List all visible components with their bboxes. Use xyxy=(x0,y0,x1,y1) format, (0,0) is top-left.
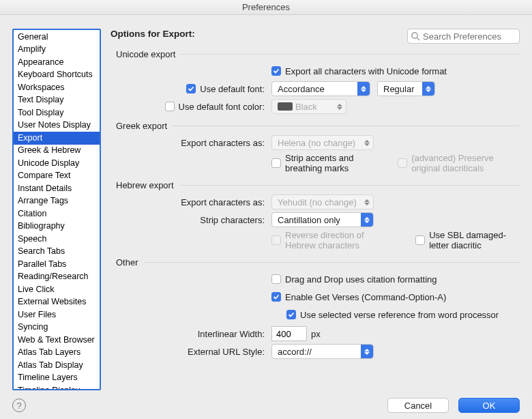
hebrew-reverse-label: Reverse direction of Hebrew characters xyxy=(285,230,395,250)
sidebar-item-keyboard-shortcuts[interactable]: Keyboard Shortcuts xyxy=(14,69,100,82)
group-unicode-title: Unicode export xyxy=(116,49,175,59)
font-name-select[interactable]: Accordance xyxy=(271,81,370,96)
chevron-updown-icon xyxy=(422,82,434,96)
sidebar-item-user-notes-display[interactable]: User Notes Display xyxy=(14,119,100,132)
sidebar-item-atlas-tab-layers[interactable]: Atlas Tab Layers xyxy=(14,347,100,360)
greek-export-as-label: Export characters as: xyxy=(181,138,265,148)
use-default-font-label: Use default font: xyxy=(200,84,265,94)
sidebar-item-unicode-display[interactable]: Unicode Display xyxy=(14,157,100,170)
url-style-label: External URL Style: xyxy=(188,347,265,357)
hebrew-reverse-checkbox xyxy=(271,235,281,245)
greek-export-as-select: Helena (no change) xyxy=(271,135,374,150)
svg-line-1 xyxy=(417,38,419,40)
sidebar-item-user-files[interactable]: User Files xyxy=(14,308,100,321)
use-default-color-label: Use default font color: xyxy=(179,102,265,112)
sidebar-item-arrange-tags[interactable]: Arrange Tags xyxy=(14,195,100,208)
chevron-updown-icon xyxy=(361,213,373,227)
sidebar-item-tool-display[interactable]: Tool Display xyxy=(14,106,100,119)
dragdrop-citation-label: Drag and Drop uses citation formatting xyxy=(285,274,437,285)
use-default-color-checkbox[interactable] xyxy=(165,102,175,111)
sidebar-item-text-display[interactable]: Text Display xyxy=(14,94,100,107)
font-color-select: Black xyxy=(271,99,346,114)
search-preferences[interactable] xyxy=(407,29,520,44)
hebrew-sbl-label: Use SBL damaged-letter diacritic xyxy=(429,230,520,250)
category-sidebar[interactable]: GeneralAmplifyAppearanceKeyboard Shortcu… xyxy=(12,29,101,390)
font-style-select[interactable]: Regular xyxy=(377,81,435,96)
get-verses-checkbox[interactable] xyxy=(271,292,281,302)
greek-strip-accents-label: Strip accents and breathing marks xyxy=(285,153,377,173)
search-input[interactable] xyxy=(407,29,520,44)
sidebar-item-appearance[interactable]: Appearance xyxy=(14,56,100,69)
greek-strip-accents-checkbox[interactable] xyxy=(271,158,281,168)
dragdrop-citation-checkbox[interactable] xyxy=(271,274,281,284)
chevron-updown-icon xyxy=(334,100,346,113)
sidebar-item-greek-hebrew[interactable]: Greek & Hebrew xyxy=(14,145,100,158)
sidebar-item-instant-details[interactable]: Instant Details xyxy=(14,182,100,195)
group-hebrew-title: Hebrew export xyxy=(116,180,174,190)
sidebar-item-timeline-display[interactable]: Timeline Display xyxy=(14,384,100,390)
hebrew-strip-label: Strip characters: xyxy=(200,215,265,225)
sidebar-item-search-tabs[interactable]: Search Tabs xyxy=(14,246,100,259)
interlinear-width-input[interactable] xyxy=(271,326,307,341)
greek-preserve-diacritics-label: (advanced) Preserve original diacritical… xyxy=(411,153,520,173)
selected-ref-checkbox[interactable] xyxy=(286,310,296,319)
interlinear-width-label: Interlinear Width: xyxy=(198,329,265,339)
sidebar-item-reading-research[interactable]: Reading/Research xyxy=(14,271,100,284)
sidebar-item-external-websites[interactable]: External Websites xyxy=(14,296,100,309)
export-all-unicode-checkbox[interactable] xyxy=(271,66,281,76)
sidebar-item-workspaces[interactable]: Workspaces xyxy=(14,81,100,94)
hebrew-export-as-select: Yehudit (no change) xyxy=(271,194,374,210)
help-button[interactable]: ? xyxy=(12,399,26,412)
greek-preserve-diacritics-checkbox xyxy=(398,158,407,168)
sidebar-item-export[interactable]: Export xyxy=(14,132,100,145)
group-other-title: Other xyxy=(116,257,138,268)
cancel-button[interactable]: Cancel xyxy=(387,398,449,413)
sidebar-item-general[interactable]: General xyxy=(14,31,100,44)
page-title: Options for Export: xyxy=(110,29,195,39)
sidebar-item-amplify[interactable]: Amplify xyxy=(14,44,100,57)
hebrew-strip-select[interactable]: Cantillation only xyxy=(271,212,374,227)
export-all-unicode-label: Export all characters with Unicode forma… xyxy=(285,66,447,76)
sidebar-item-speech[interactable]: Speech xyxy=(14,233,100,246)
interlinear-width-unit: px xyxy=(311,329,321,339)
use-default-font-checkbox[interactable] xyxy=(186,84,196,93)
selected-ref-label: Use selected verse reference from word p… xyxy=(300,310,499,320)
chevron-updown-icon xyxy=(357,82,370,96)
sidebar-item-parallel-tabs[interactable]: Parallel Tabs xyxy=(14,258,100,271)
sidebar-item-bibliography[interactable]: Bibliography xyxy=(14,220,100,233)
sidebar-item-atlas-tab-display[interactable]: Atlas Tab Display xyxy=(14,359,100,372)
chevron-updown-icon xyxy=(361,195,373,209)
chevron-updown-icon xyxy=(361,136,373,149)
sidebar-item-syncing[interactable]: Syncing xyxy=(14,321,100,334)
group-greek-title: Greek export xyxy=(116,121,167,131)
sidebar-item-compare-text[interactable]: Compare Text xyxy=(14,170,100,183)
search-icon xyxy=(411,31,420,41)
color-swatch-icon xyxy=(278,102,293,111)
hebrew-sbl-checkbox[interactable] xyxy=(415,235,425,245)
sidebar-item-live-click[interactable]: Live Click xyxy=(14,283,100,296)
sidebar-item-web-text-browser[interactable]: Web & Text Browser xyxy=(14,334,100,347)
get-verses-label: Enable Get Verses (Command-Option-A) xyxy=(285,292,446,302)
sidebar-item-timeline-layers[interactable]: Timeline Layers xyxy=(14,372,100,385)
hebrew-export-as-label: Export characters as: xyxy=(181,197,265,207)
sidebar-item-citation[interactable]: Citation xyxy=(14,207,100,220)
chevron-updown-icon xyxy=(361,345,373,358)
window-titlebar: Preferences xyxy=(0,0,532,15)
url-style-select[interactable]: accord:// xyxy=(271,344,374,359)
ok-button[interactable]: OK xyxy=(458,398,520,413)
